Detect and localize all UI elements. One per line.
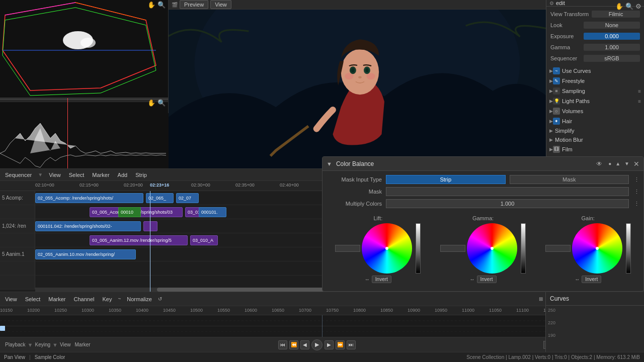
lift-invert-row: ↔ Invert — [365, 276, 391, 283]
time-tick-1: 02:10+00 — [35, 183, 54, 188]
hair-section[interactable]: ▶ ✦ Hair — [546, 116, 644, 126]
strip-purple-small[interactable] — [143, 221, 157, 231]
keying-btn[interactable]: Keying — [35, 342, 50, 347]
gamma-color-wheel[interactable] — [467, 223, 517, 274]
multiply-colors-value[interactable]: 1.000 — [386, 199, 629, 208]
light-paths-section[interactable]: ▶ 💡 Light Paths ≡ — [546, 96, 644, 106]
marker-pb-btn[interactable]: Marker — [74, 342, 90, 347]
film-section[interactable]: ▶ 🎞 Film — [546, 144, 644, 154]
seq-strip-btn[interactable]: Strip — [133, 172, 149, 178]
view-btn[interactable]: View — [210, 0, 231, 9]
bottom-channel-btn[interactable]: Channel — [71, 296, 96, 302]
bottom-marker-btn[interactable]: Marker — [46, 296, 67, 302]
seq-select-btn[interactable]: Select — [67, 172, 87, 178]
strip-03-010-a[interactable]: 03_010_A — [190, 235, 218, 245]
playback-mode-btn[interactable]: Playback — [5, 342, 26, 347]
bottom-key-btn[interactable]: Key — [100, 296, 114, 302]
strip-000101[interactable]: 000101. — [199, 207, 226, 217]
lift-color-wheel[interactable] — [362, 223, 412, 274]
hair-icon: ✦ — [553, 118, 560, 125]
cb-close-btn[interactable]: ✕ — [633, 160, 639, 168]
settings-preview[interactable]: ⚙ — [635, 3, 641, 10]
preview-dropdown[interactable]: Preview — [180, 0, 208, 9]
gain-slider[interactable] — [626, 223, 631, 274]
sampling-section[interactable]: ▶ ≡ Sampling ≡ — [546, 86, 644, 96]
simplify-section[interactable]: ▶ Simplify — [546, 126, 644, 135]
gamma-wheel-label: Gamma: — [472, 215, 494, 221]
multiply-options-icon[interactable]: ⋮ — [634, 201, 639, 207]
use-curves-section[interactable]: ▶ ~ Use Curves — [546, 66, 644, 76]
lift-input[interactable] — [335, 245, 360, 252]
lift-wheel[interactable] — [362, 223, 412, 274]
strip-02-055[interactable]: 02_055_Acomp: /render/spring/shots/ — [35, 193, 143, 203]
left-viewer-top: ✋ 🔍 — [0, 0, 168, 98]
cb-collapse-icon[interactable]: ▼ — [327, 161, 332, 167]
gamma-invert-btn[interactable]: Invert — [477, 276, 497, 283]
volumes-section[interactable]: ▶ ○ Volumes — [546, 106, 644, 116]
pan-tool-preview[interactable]: ✋ — [615, 3, 623, 10]
gamma-input[interactable] — [440, 245, 465, 252]
seq-marker-btn[interactable]: Marker — [90, 172, 111, 178]
scene-info: Scene Collection | Lamp.002 | Verts:0 | … — [466, 354, 640, 360]
curves-panel-header: Curves — [546, 292, 644, 306]
playback-left: Playback ▼ Keying ▼ View Marker — [5, 342, 91, 348]
next-frame-btn[interactable]: ▶ — [325, 340, 334, 349]
seq-view-btn[interactable]: View — [47, 172, 63, 178]
cb-up-icon[interactable]: ▲ — [615, 161, 620, 166]
next-keyframe-btn[interactable]: ⏩ — [336, 340, 345, 349]
strip-02-07[interactable]: 02_07 — [176, 193, 199, 203]
chevron-simplify: ▶ — [549, 128, 553, 133]
sequencer-value[interactable]: sRGB — [584, 55, 640, 62]
mask-btn[interactable]: Mask — [510, 175, 629, 184]
dot-icon-1[interactable]: ● — [608, 161, 611, 166]
lift-invert-btn[interactable]: Invert — [372, 276, 391, 283]
seq-add-btn[interactable]: Add — [116, 172, 130, 178]
gamma-slider[interactable] — [521, 223, 526, 274]
strip-00010[interactable]: 00010 — [118, 207, 141, 217]
jump-start-btn[interactable]: ⏮ — [278, 340, 287, 349]
gain-color-wheel[interactable] — [572, 223, 622, 274]
normalize-btn[interactable]: Normalize — [125, 296, 154, 302]
exposure-value[interactable]: 0.000 — [584, 33, 640, 40]
gain-input[interactable] — [545, 245, 571, 252]
prev-keyframe-btn[interactable]: ⏪ — [289, 340, 298, 349]
pan-tool-icon-2[interactable]: ✋ — [147, 99, 155, 107]
sequencer-row: Sequencer sRGB — [546, 53, 644, 64]
seq-mode-dropdown[interactable]: Sequencer — [3, 172, 34, 178]
motion-blur-section[interactable]: ▶ Motion Blur — [546, 135, 644, 144]
jump-end-btn[interactable]: ⏭ — [347, 340, 356, 349]
film-icon: 🎞 — [553, 146, 560, 153]
view-transform-value[interactable]: Filmic — [592, 11, 640, 18]
prev-frame-btn[interactable]: ◀ — [300, 340, 309, 349]
bottom-view-btn[interactable]: View — [3, 296, 19, 302]
time-tick-7: 02:40+00 — [280, 183, 299, 188]
zoom-preview[interactable]: 🔍 — [625, 3, 633, 10]
look-value[interactable]: None — [584, 22, 640, 29]
lift-wheel-dot — [385, 247, 388, 250]
mask-input[interactable] — [386, 187, 629, 196]
gain-invert-btn[interactable]: Invert — [582, 276, 601, 283]
track-label-5: 5 Aanim.1 — [0, 247, 35, 261]
zoom-icon-bottom[interactable]: 🔍 — [157, 99, 166, 107]
eye-icon[interactable]: 👁 — [596, 160, 602, 167]
gain-wheel[interactable] — [572, 223, 622, 274]
svg-marker-1 — [3, 8, 156, 96]
strip-03-005-aanim[interactable]: 03_005_Aanim.12.mov /render/spring/5 — [90, 235, 188, 245]
view-pb-btn[interactable]: View — [60, 342, 71, 347]
freestyle-section[interactable]: ▶ ✎ Freestyle — [546, 76, 644, 86]
btick-3: 10250 — [54, 308, 67, 313]
normalize-cycle-icon[interactable]: ↺ — [158, 296, 162, 302]
lift-slider[interactable] — [416, 223, 421, 274]
strip-000101-042[interactable]: 000101.042: /render/spring/shots/02- — [35, 221, 141, 231]
bottom-select-btn[interactable]: Select — [23, 296, 43, 302]
bottom-editor-area: View Select Marker Channel Key ~ Normali… — [0, 292, 644, 352]
cb-options-icon[interactable]: ⋮ — [634, 176, 639, 183]
filter-icon[interactable]: ⊞ — [539, 296, 543, 302]
gamma-wheel[interactable] — [467, 223, 517, 274]
mask-options-icon[interactable]: ⋮ — [634, 189, 639, 195]
play-btn[interactable]: ▶ — [311, 339, 323, 350]
strip-02-055-aanim[interactable]: 02_055_Aanim.10.mov /render/spring/ — [35, 249, 136, 259]
gamma-value[interactable]: 1.000 — [584, 44, 640, 51]
cb-down-icon[interactable]: ▼ — [624, 161, 629, 166]
strip-btn[interactable]: Strip — [386, 175, 506, 184]
